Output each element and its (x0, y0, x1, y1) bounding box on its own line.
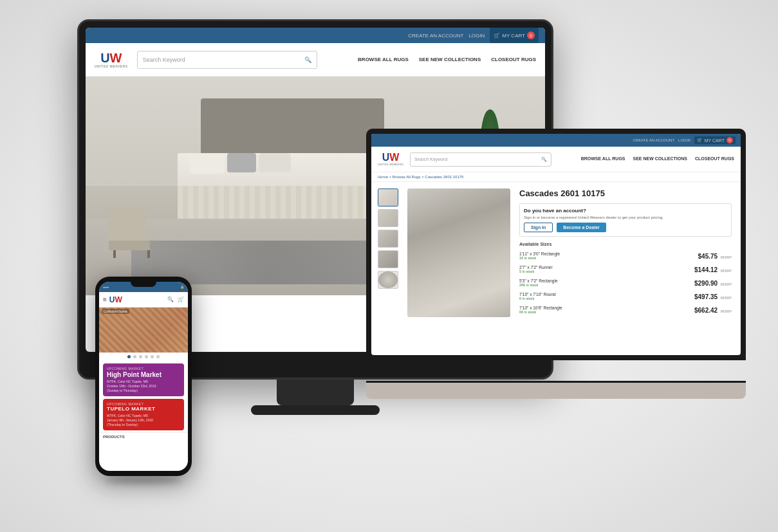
phone-lock-icon: 🔒 (180, 285, 184, 289)
laptop-thumb-img-3 (378, 230, 398, 247)
monitor-search-placeholder: Search Keyword (143, 57, 301, 63)
phone-market-card-1[interactable]: UPCOMING MARKET High Point Market WTFK, … (103, 363, 184, 396)
laptop-screen-frame: CREATE AN ACCOUNT LOGIN 🛒 MY CART 0 UW U (366, 129, 746, 360)
phone-logo[interactable]: UW (109, 295, 122, 304)
laptop-logo-mark: UW (382, 152, 400, 163)
laptop-size-label-4: 7'10" x 7'10" Round (519, 292, 556, 297)
monitor-nav-closeout[interactable]: CLOSEOUT RUGS (491, 57, 536, 63)
monitor-nav-browse[interactable]: BROWSE ALL RUGS (358, 57, 409, 63)
laptop-thumb-5[interactable] (378, 271, 398, 289)
laptop-nav-closeout[interactable]: CLOSEOUT RUGS (695, 156, 734, 161)
phone-hero-image: Collection Name (99, 307, 188, 353)
laptop-product-content: Cascades 2601 10175 Do you have an accou… (371, 182, 741, 347)
laptop-size-suffix-1: /MSRP (721, 255, 732, 259)
laptop-size-price-4: $497.35 (694, 293, 718, 300)
phone-hamburger-icon[interactable]: ≡ (103, 296, 107, 303)
laptop-my-cart-label: MY CART (705, 138, 725, 143)
laptop-signin-button[interactable]: Sign In (524, 223, 553, 232)
laptop-breadcrumb-text[interactable]: Home > Browse All Rugs > Cascades 2601 1… (378, 175, 463, 179)
laptop-search-icon: 🔍 (541, 157, 547, 162)
laptop-size-stock-4: 6 in stock (519, 297, 556, 300)
laptop-logo-w: W (389, 152, 399, 163)
laptop-thumb-4[interactable] (378, 250, 398, 268)
phone-market-2-dates: January 9th- January 12th, 2020 (107, 418, 180, 423)
phone-shadow (105, 477, 182, 484)
monitor-logo-sub: UNITED WEAVERS (95, 64, 128, 68)
monitor-nav-new[interactable]: SEE NEW COLLECTIONS (419, 57, 481, 63)
laptop-logo-sub: UNITED WEAVERS (378, 163, 403, 166)
laptop-size-suffix-4: /MSRP (721, 296, 732, 300)
hero-chair (109, 208, 154, 262)
phone-market-2-title: TUPELO MARKET (107, 407, 180, 412)
laptop-search-placeholder: Search Keyword (414, 157, 541, 161)
laptop-logo-u: U (382, 152, 390, 163)
laptop-breadcrumb: Home > Browse All Rugs > Cascades 2601 1… (371, 172, 741, 182)
laptop-topbar: CREATE AN ACCOUNT LOGIN 🛒 MY CART 0 (371, 134, 741, 147)
laptop-size-row-5[interactable]: 7'10" x 10'6" Rectangle 69 in stock $662… (519, 304, 732, 315)
phone-notch (131, 282, 156, 287)
laptop-size-row-3[interactable]: 5'3" x 7'2" Rectangle 286 in stock $290.… (519, 277, 732, 288)
phone-dot-5[interactable] (151, 355, 154, 358)
laptop-size-stock-1: 16 in stock (519, 256, 560, 260)
hero-pillow-2 (227, 153, 256, 172)
phone-market-2-days: (Thursday to Sunday) (107, 423, 180, 427)
laptop-size-row-4[interactable]: 7'10" x 7'10" Round 6 in stock $497.35 /… (519, 290, 732, 302)
laptop-product-title: Cascades 2601 10175 (519, 188, 732, 198)
monitor-cart-button[interactable]: 🛒 MY CART 0 (490, 28, 539, 43)
laptop-thumb-img-4 (378, 251, 398, 268)
laptop-size-suffix-5: /MSRP (721, 309, 732, 313)
monitor-logo[interactable]: UW UNITED WEAVERS (95, 51, 128, 68)
phone-logo-w: W (115, 295, 122, 304)
laptop-thumb-img-1 (378, 189, 398, 206)
phone-market-card-2[interactable]: UPCOMING MARKET TUPELO MARKET WTFK, Colo… (103, 399, 184, 430)
phone-dot-3[interactable] (139, 355, 142, 358)
laptop-size-stock-3: 286 in stock (519, 283, 558, 287)
laptop-size-stock-5: 69 in stock (519, 310, 562, 314)
monitor-login[interactable]: LOGIN (468, 33, 485, 39)
monitor-create-account[interactable]: CREATE AN ACCOUNT (408, 33, 463, 39)
laptop-create-account[interactable]: CREATE AN ACCOUNT (633, 138, 675, 142)
monitor-logo-mark: UW (100, 51, 122, 64)
laptop-account-title: Do you have an account? (524, 208, 727, 214)
laptop-search-box[interactable]: Search Keyword 🔍 (410, 152, 551, 167)
laptop-nav-new[interactable]: SEE NEW COLLECTIONS (633, 156, 687, 161)
phone-dot-1[interactable] (127, 355, 131, 358)
laptop-size-row-2[interactable]: 2'7" x 7'2" Runner 5 in stock $144.12 /M… (519, 263, 732, 275)
laptop-logo[interactable]: UW UNITED WEAVERS (378, 152, 403, 166)
phone-status-icons: ●●● (103, 285, 109, 289)
hero-chair-seat (109, 241, 150, 250)
phone-market-2-location: WTFK, Color NC Tupelo, MS (107, 414, 180, 418)
hero-pillows (189, 153, 291, 174)
phone-navbar: ≡ UW 🔍 🛒 (99, 292, 188, 307)
phone-dot-2[interactable] (133, 355, 136, 358)
phone-market-1-days: (Sunday to Thursday) (107, 389, 180, 393)
laptop-cart-icon: 🛒 (697, 138, 703, 143)
laptop-nav-browse[interactable]: BROWSE ALL RUGS (581, 156, 625, 161)
hero-pillow-1 (189, 153, 225, 174)
phone-cart-icon[interactable]: 🛒 (178, 297, 184, 302)
phone-dot-4[interactable] (145, 355, 148, 358)
laptop-cart-button[interactable]: 🛒 MY CART 0 (694, 136, 736, 144)
laptop: CREATE AN ACCOUNT LOGIN 🛒 MY CART 0 UW U (366, 129, 752, 399)
cart-icon: 🛒 (494, 33, 500, 39)
laptop-login[interactable]: LOGIN (678, 138, 690, 142)
laptop-size-row-1[interactable]: 1'11" x 3'0" Rectangle 16 in stock $45.7… (519, 250, 732, 261)
laptop-thumb-3[interactable] (378, 230, 398, 248)
phone-frame: ●●● 🔒 ≡ UW 🔍 🛒 Col (95, 277, 192, 476)
laptop-thumb-2[interactable] (378, 209, 398, 227)
monitor-navbar: UW UNITED WEAVERS Search Keyword 🔍 BROWS… (86, 43, 545, 77)
monitor-nav-links: BROWSE ALL RUGS SEE NEW COLLECTIONS CLOS… (358, 57, 536, 63)
monitor-my-cart-label: MY CART (502, 33, 525, 39)
laptop-product-info: Cascades 2601 10175 Do you have an accou… (517, 188, 734, 340)
phone-hero-rugs-bg (99, 307, 188, 353)
phone-market-2-label: UPCOMING MARKET (107, 402, 180, 406)
phone-dots-indicator (99, 353, 188, 361)
laptop-dealer-button[interactable]: Become a Dealer (557, 223, 606, 232)
phone-dot-6[interactable] (156, 355, 160, 358)
laptop-thumb-1[interactable] (378, 188, 398, 206)
phone-market-1-label: UPCOMING MARKET (107, 367, 180, 371)
mobile-phone: ●●● 🔒 ≡ UW 🔍 🛒 Col (95, 277, 192, 476)
phone-search-icon[interactable]: 🔍 (167, 297, 174, 302)
laptop-base (366, 383, 746, 399)
monitor-search-box[interactable]: Search Keyword 🔍 (137, 51, 317, 69)
